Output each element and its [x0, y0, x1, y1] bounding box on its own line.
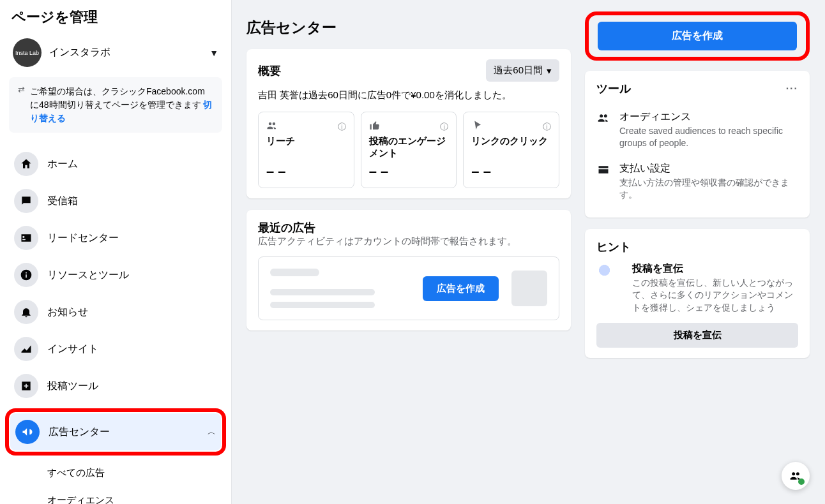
tool-title: オーディエンス	[619, 110, 798, 124]
swap-icon: ⇄	[18, 85, 24, 125]
hint-item-title: 投稿を宣伝	[632, 262, 798, 276]
create-ad-button-inline[interactable]: 広告を作成	[423, 276, 499, 301]
placeholder-line	[270, 269, 319, 276]
subnav-audiences[interactable]: オーディエンス	[9, 487, 222, 504]
page-avatar: Insta Lab	[13, 38, 42, 67]
boost-post-button[interactable]: 投稿を宣伝	[596, 323, 798, 348]
sidebar-item-notifications[interactable]: お知らせ	[9, 293, 222, 330]
plus-box-icon	[14, 374, 38, 398]
recent-ads-card: 最近の広告 広告アクティビティはアカウントの時間帯で報告されます。 広告を作成	[246, 210, 571, 330]
chart-icon	[14, 337, 38, 361]
tool-item-audiences[interactable]: オーディエンス Create saved audiences to reach …	[596, 104, 798, 156]
highlight-ring-create-ad: 広告を作成	[585, 11, 810, 61]
placeholder-line	[270, 289, 375, 295]
hint-title: ヒント	[596, 239, 798, 255]
overview-title: 概要	[258, 63, 281, 78]
hint-item: 投稿を宣伝 この投稿を宣伝し、新しい人とつながって、さらに多くのリアクションやコ…	[596, 262, 798, 315]
hint-thumbnail	[596, 262, 623, 289]
bell-icon	[14, 300, 38, 324]
metric-value: – –	[266, 163, 346, 180]
page-name: インスタラボ	[49, 46, 202, 59]
credit-card-icon	[596, 162, 610, 201]
placeholder-line	[270, 302, 375, 308]
inbox-icon	[14, 189, 38, 213]
more-options-icon[interactable]: ···	[786, 83, 798, 94]
metric-label: リーチ	[266, 135, 346, 147]
main-column: 広告センター 概要 過去60日間 ▾ 吉田 英誉は過去60日間に広告0件で¥0.…	[246, 11, 571, 342]
sidebar-item-inbox[interactable]: 受信箱	[9, 182, 222, 219]
page-title: 広告センター	[246, 18, 571, 38]
hint-card: ヒント 投稿を宣伝 この投稿を宣伝し、新しい人とつながって、さらに多くのリアクシ…	[585, 229, 810, 359]
overview-summary: 吉田 英誉は過去60日間に広告0件で¥0.00を消化しました。	[258, 89, 559, 101]
sidebar-title: ページを管理	[9, 8, 222, 27]
info-icon[interactable]: ⓘ	[440, 121, 448, 133]
sidebar-item-adcenter[interactable]: 広告センター ︿	[10, 413, 221, 450]
sidebar-item-insights[interactable]: インサイト	[9, 330, 222, 367]
thumbs-up-icon	[369, 120, 381, 134]
date-range-label: 過去60日間	[494, 64, 543, 77]
metric-value: – –	[471, 163, 551, 180]
sidebar-item-resources[interactable]: リソースとツール	[9, 256, 222, 293]
sidebar-item-label: ホーム	[47, 158, 78, 171]
sidebar-item-label: 広告センター	[49, 426, 110, 439]
sidebar-item-label: リードセンター	[47, 232, 119, 245]
people-icon	[266, 120, 278, 134]
hint-item-desc: この投稿を宣伝し、新しい人とつながって、さらに多くのリアクションやコメントを獲得…	[632, 277, 798, 315]
people-icon	[596, 110, 610, 149]
metric-label: リンクのクリック	[471, 135, 551, 147]
tool-desc: Create saved audiences to reach specific…	[619, 125, 798, 149]
tool-title: 支払い設定	[619, 162, 798, 175]
sidebar-item-label: インサイト	[47, 343, 98, 356]
recent-title: 最近の広告	[258, 220, 559, 235]
metric-label: 投稿のエンゲージメント	[369, 135, 449, 159]
date-range-dropdown[interactable]: 過去60日間 ▾	[486, 59, 559, 82]
create-ad-button[interactable]: 広告を作成	[598, 22, 797, 50]
page-selector[interactable]: Insta Lab インスタラボ ▼	[9, 36, 222, 70]
placeholder-thumbnail	[511, 271, 547, 306]
sidebar-nav: ホーム 受信箱 リードセンター リソースとツール お知らせ インサイト 投稿ツー…	[9, 145, 222, 459]
sidebar-item-label: 受信箱	[47, 195, 78, 208]
adcenter-subnav: すべての広告 オーディエンス	[9, 459, 222, 504]
right-column: 広告を作成 ツール ··· オーディエンス Create saved audie…	[585, 11, 810, 369]
recent-subtext: 広告アクティビティはアカウントの時間帯で報告されます。	[258, 235, 559, 248]
cursor-icon	[471, 120, 483, 134]
chevron-up-icon: ︿	[208, 426, 216, 438]
metric-row: ⓘ リーチ – – ⓘ 投稿のエンゲージメント – – ⓘ	[258, 112, 559, 188]
recent-placeholder-row: 広告を作成	[258, 256, 559, 320]
fab-people[interactable]	[782, 462, 810, 490]
status-dot	[798, 478, 805, 485]
tool-item-payment[interactable]: 支払い設定 支払い方法の管理や領収書の確認ができます。	[596, 156, 798, 207]
overview-card: 概要 過去60日間 ▾ 吉田 英誉は過去60日間に広告0件で¥0.00を消化しま…	[246, 49, 571, 198]
metric-reach[interactable]: ⓘ リーチ – –	[258, 112, 354, 188]
megaphone-icon	[15, 420, 40, 444]
tools-card: ツール ··· オーディエンス Create saved audiences t…	[585, 71, 810, 218]
sidebar: ページを管理 Insta Lab インスタラボ ▼ ⇄ ご希望の場合は、クラシッ…	[0, 0, 231, 504]
home-icon	[14, 152, 38, 176]
info-icon	[14, 263, 38, 287]
subnav-all-ads[interactable]: すべての広告	[9, 459, 222, 487]
id-card-icon	[14, 226, 38, 250]
info-icon[interactable]: ⓘ	[338, 121, 346, 133]
dropdown-caret-icon: ▼	[209, 48, 218, 58]
main: 広告センター 概要 過去60日間 ▾ 吉田 英誉は過去60日間に広告0件で¥0.…	[231, 0, 825, 504]
notice-text: ご希望の場合は、クラシックFacebook.comに48時間切り替えてページを管…	[30, 86, 205, 110]
tool-desc: 支払い方法の管理や領収書の確認ができます。	[619, 177, 798, 201]
tools-title: ツール	[596, 81, 631, 96]
metric-link-clicks[interactable]: ⓘ リンクのクリック – –	[463, 112, 559, 188]
classic-switch-notice: ⇄ ご希望の場合は、クラシックFacebook.comに48時間切り替えてページ…	[9, 77, 222, 133]
sidebar-item-label: リソースとツール	[47, 269, 129, 282]
sidebar-item-label: 投稿ツール	[47, 380, 98, 393]
metric-engagement[interactable]: ⓘ 投稿のエンゲージメント – –	[361, 112, 457, 188]
info-icon[interactable]: ⓘ	[543, 121, 551, 133]
placeholder-lines	[270, 269, 410, 308]
highlight-ring-adcenter: 広告センター ︿	[5, 408, 226, 456]
sidebar-item-label: お知らせ	[47, 306, 88, 319]
sidebar-item-publishing[interactable]: 投稿ツール	[9, 367, 222, 404]
chevron-down-icon: ▾	[547, 65, 552, 77]
sidebar-item-leads[interactable]: リードセンター	[9, 219, 222, 256]
sidebar-item-home[interactable]: ホーム	[9, 145, 222, 182]
metric-value: – –	[369, 163, 449, 180]
